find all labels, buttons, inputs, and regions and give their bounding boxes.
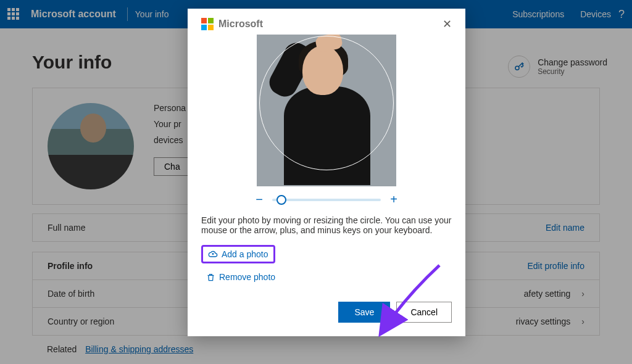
modal-instruction: Edit your photo by moving or resizing th… (201, 215, 452, 235)
zoom-out-button[interactable]: − (252, 192, 266, 207)
cloud-upload-icon (208, 249, 218, 259)
microsoft-logo-text: Microsoft (218, 19, 263, 30)
crop-circle[interactable] (259, 36, 394, 170)
zoom-slider-thumb[interactable] (276, 195, 286, 205)
zoom-slider[interactable] (272, 199, 381, 201)
save-button[interactable]: Save (338, 302, 390, 323)
trash-icon (206, 273, 215, 282)
add-photo-link[interactable]: Add a photo (201, 245, 275, 263)
edit-photo-modal: Microsoft ✕ − + Edit your photo by movin… (188, 9, 465, 336)
microsoft-logo-icon (201, 18, 214, 30)
remove-photo-label: Remove photo (219, 272, 275, 282)
photo-crop-area[interactable] (257, 35, 396, 186)
remove-photo-link[interactable]: Remove photo (201, 270, 280, 284)
zoom-control: − + (252, 192, 401, 207)
add-photo-label: Add a photo (222, 249, 268, 259)
close-button[interactable]: ✕ (443, 17, 452, 31)
microsoft-logo: Microsoft (201, 18, 263, 30)
zoom-in-button[interactable]: + (387, 192, 401, 207)
cancel-button[interactable]: Cancel (396, 302, 452, 323)
